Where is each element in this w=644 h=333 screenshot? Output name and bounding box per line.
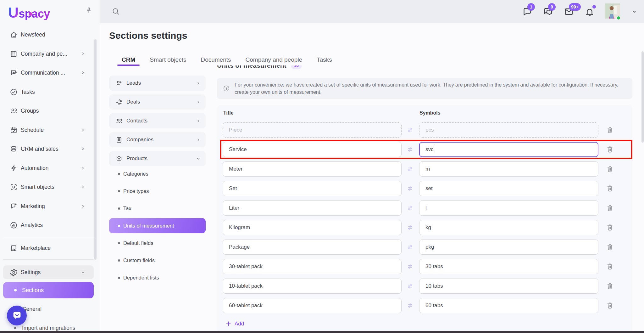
chevron-right-icon [80, 51, 86, 57]
chats-icon [543, 13, 553, 18]
sidebar-item-newsfeed[interactable]: Newsfeed [3, 25, 94, 44]
unit-symbols-input[interactable]: pkg [419, 240, 598, 255]
sidebar-item-tasks[interactable]: Tasks [3, 83, 94, 101]
sidebar-item-marketing[interactable]: Marketing [3, 197, 94, 215]
tab-tasks[interactable]: Tasks [317, 55, 332, 65]
unit-title-value: Kilogram [229, 224, 250, 231]
unit-symbols-input[interactable]: pcs [419, 122, 598, 138]
swap-arrows-icon [406, 204, 414, 212]
gear-icon [9, 268, 18, 277]
mail-icon [564, 13, 574, 18]
unit-title-input[interactable]: Kilogram [223, 220, 402, 235]
tab-documents[interactable]: Documents [201, 55, 231, 65]
unit-symbols-input[interactable]: 10 tabs [419, 279, 598, 294]
content-scrollbar-thumb[interactable] [641, 51, 644, 143]
sidebar-item-company-and-pe[interactable]: Company and pe... [3, 45, 94, 63]
sidebar-item-marketplace[interactable]: Marketplace [3, 239, 94, 257]
unit-title-input[interactable]: Liter [223, 200, 402, 216]
search-icon [111, 12, 120, 17]
unit-symbols-input[interactable]: l [419, 200, 598, 216]
crm-nav-deals[interactable]: Deals [109, 94, 206, 110]
unit-title-input[interactable]: Set [223, 181, 402, 196]
unit-symbols-value: set [425, 185, 433, 192]
scan-u-icon [9, 183, 18, 191]
user-menu-chevron[interactable] [630, 8, 638, 16]
id-card-icon [9, 50, 18, 58]
delete-unit-button[interactable] [605, 145, 614, 155]
trash-icon [606, 189, 614, 194]
notifications-button[interactable] [584, 6, 595, 17]
swap-arrows-icon [406, 301, 414, 310]
sidebar-item-settings[interactable]: Settings [3, 265, 94, 279]
trash-icon [606, 267, 614, 272]
unit-title-input[interactable]: 30-tablet pack [223, 259, 402, 274]
user-menu[interactable] [605, 3, 620, 20]
unit-symbols-input[interactable]: 30 tabs [419, 259, 598, 274]
chat-bubble-icon [12, 310, 22, 322]
unit-symbols-value: pcs [425, 127, 434, 133]
unit-title-input[interactable]: Meter [223, 161, 402, 177]
delete-unit-button[interactable] [605, 126, 614, 135]
unit-title-input[interactable]: 60-tablet pack [223, 298, 402, 313]
tab-company-and-people[interactable]: Company and people [246, 55, 303, 65]
plus-icon [225, 320, 232, 327]
info-banner-text: For your convenience, we have created a … [235, 81, 627, 96]
swap-arrows-icon [406, 262, 414, 271]
sidebar-item-schedule[interactable]: Schedule [3, 121, 94, 139]
delete-unit-button[interactable] [605, 204, 614, 213]
sidebar-scrollbar-thumb[interactable] [94, 39, 97, 260]
unit-title-input[interactable]: Package [223, 240, 402, 255]
unit-symbols-input[interactable]: svc [419, 142, 598, 157]
sidebar-item-communication[interactable]: Communication ... [3, 64, 94, 82]
app-logo[interactable]: U spacy [8, 4, 50, 21]
unit-title-input[interactable]: Piece [223, 122, 402, 138]
delete-unit-button[interactable] [605, 223, 614, 233]
unit-symbols-value: svc [425, 146, 434, 153]
add-unit-button[interactable]: Add [225, 320, 244, 327]
unit-title-input[interactable]: Service [223, 142, 402, 157]
sidebar: U spacy NewsfeedCompany and pe...Communi… [0, 0, 100, 333]
add-unit-label: Add [235, 321, 244, 327]
delete-unit-button[interactable] [605, 282, 614, 291]
notification-dot [592, 5, 596, 8]
sidebar-item-groups[interactable]: Groups [3, 102, 94, 120]
search-button[interactable] [111, 7, 120, 16]
unit-symbols-value: 60 tabs [425, 302, 443, 309]
unit-title-input[interactable]: 10-tablet pack [223, 279, 402, 294]
support-chat-fab[interactable] [7, 306, 27, 325]
delete-unit-button[interactable] [605, 243, 614, 252]
sidebar-item-smart-objects[interactable]: Smart objects [3, 178, 94, 196]
unit-title-value: Meter [229, 166, 242, 172]
delete-unit-button[interactable] [605, 301, 614, 311]
pin-sidebar-button[interactable] [84, 6, 94, 16]
direct-messages-button[interactable]: 1 [522, 6, 533, 17]
logo-dot [29, 12, 32, 16]
unit-symbols-input[interactable]: kg [419, 220, 598, 235]
group-chats-button[interactable]: 9 [543, 6, 553, 17]
mail-button[interactable]: 99+ [564, 6, 574, 17]
sidebar-item-automation[interactable]: Automation [3, 159, 94, 177]
unit-symbols-input[interactable]: 60 tabs [419, 298, 598, 313]
trash-icon [606, 306, 614, 311]
unit-symbols-input[interactable]: set [419, 181, 598, 196]
unit-symbols-input[interactable]: m [419, 161, 598, 177]
sidebar-item-sections[interactable]: Sections [3, 282, 94, 298]
crm-nav-leads[interactable]: Leads [109, 76, 206, 91]
sidebar-item-label: Tasks [21, 89, 35, 95]
trash-icon [606, 130, 614, 135]
sidebar-item-crm-and-sales[interactable]: CRM and sales [3, 140, 94, 158]
layers-icon [9, 145, 18, 153]
delete-unit-button[interactable] [605, 165, 614, 174]
tab-bar: CRMSmart objectsDocumentsCompany and peo… [122, 55, 332, 65]
sidebar-item-label: Sections [22, 287, 44, 294]
sidebar-item-analytics[interactable]: Analytics [3, 216, 94, 234]
trash-icon [606, 208, 614, 213]
swap-arrows-icon [406, 165, 414, 173]
sidebar-item-label: Analytics [21, 222, 43, 229]
sidebar-item-label: Smart objects [21, 184, 54, 190]
delete-unit-button[interactable] [605, 262, 614, 272]
tab-smart-objects[interactable]: Smart objects [150, 55, 186, 65]
delete-unit-button[interactable] [605, 184, 614, 194]
trash-icon [606, 286, 614, 291]
tab-crm[interactable]: CRM [122, 55, 135, 65]
